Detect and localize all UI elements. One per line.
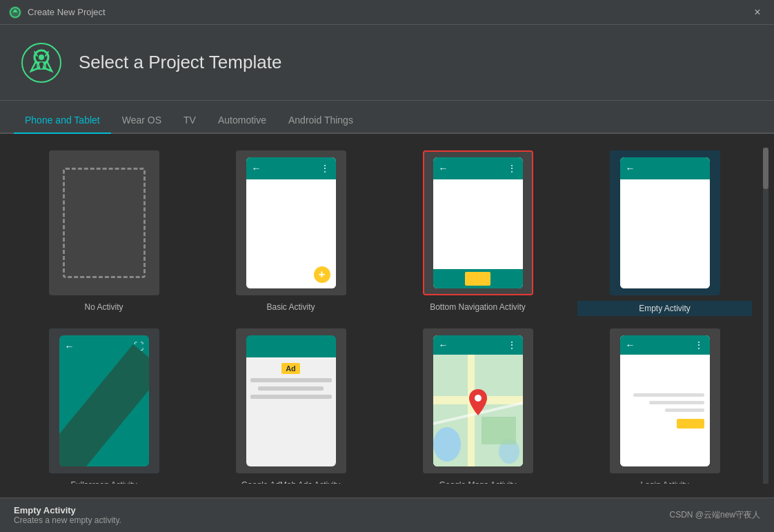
- bottom-nav-topbar: ← ⋮: [433, 157, 523, 179]
- template-admob[interactable]: Ad Google AdMob Ads Activity: [201, 326, 381, 484]
- maps-label: Google Maps Activity: [436, 479, 519, 484]
- template-no-activity[interactable]: No Activity: [14, 148, 194, 319]
- brand-label: CSDN @云端new守夜人: [669, 509, 760, 521]
- nav-item-2-active: [465, 272, 490, 286]
- main-content: No Activity ← ⋮ + Basic Activity: [0, 134, 774, 497]
- login-label: Login Activity: [637, 479, 691, 484]
- scrollbar-track[interactable]: [763, 148, 768, 484]
- no-activity-preview: [49, 150, 159, 295]
- svg-point-4: [39, 55, 44, 60]
- android-studio-logo: [21, 42, 62, 83]
- maps-preview: ← ⋮: [423, 328, 533, 473]
- menu-dots-icon: ⋮: [507, 339, 517, 351]
- svg-point-15: [475, 395, 482, 402]
- empty-phone-header: ←: [620, 157, 710, 179]
- login-button: [677, 419, 704, 428]
- back-arrow-icon: ←: [252, 163, 261, 174]
- map-mockup: ← ⋮: [433, 335, 523, 466]
- no-activity-dashed: [63, 168, 146, 278]
- template-bottom-nav[interactable]: ← ⋮ Bottom Navigation Activity: [388, 148, 568, 319]
- ad-line-2: [258, 386, 323, 391]
- admob-preview: Ad: [236, 328, 346, 473]
- basic-phone-mockup: ← ⋮ +: [246, 157, 336, 288]
- template-grid: No Activity ← ⋮ + Basic Activity: [14, 148, 760, 484]
- diagonal-line: [59, 335, 149, 466]
- bottom-nav-preview: ← ⋮: [423, 150, 533, 295]
- empty-activity-preview: ←: [610, 150, 720, 295]
- ad-body: Ad: [246, 357, 336, 466]
- title-bar: Create New Project ×: [0, 0, 774, 25]
- scrollbar-thumb[interactable]: [763, 148, 768, 189]
- login-field-3: [665, 408, 704, 412]
- title-bar-left: Create New Project: [8, 6, 106, 19]
- svg-rect-6: [40, 65, 43, 68]
- footer: Empty Activity Creates a new empty activ…: [0, 497, 774, 532]
- app-icon: [8, 6, 22, 19]
- svg-point-12: [433, 427, 461, 462]
- svg-line-7: [59, 357, 149, 466]
- bottom-nav-label: Bottom Navigation Activity: [427, 301, 528, 313]
- template-empty-activity[interactable]: ← Empty Activity: [575, 148, 755, 319]
- login-field-2: [649, 401, 704, 404]
- back-arrow-icon: ←: [626, 339, 635, 351]
- login-body: [620, 355, 710, 466]
- no-activity-label: No Activity: [81, 301, 126, 313]
- template-login[interactable]: ← ⋮ Login Activity: [575, 326, 755, 484]
- bottom-nav-mockup: ← ⋮: [433, 157, 523, 288]
- nav-item-3: [493, 272, 519, 286]
- empty-phone-mockup: ←: [620, 157, 710, 288]
- fullscreen-preview: ← ⛶: [49, 328, 159, 473]
- ad-line-1: [250, 378, 332, 382]
- ad-header: [246, 335, 336, 357]
- selected-template-desc: Creates a new empty activity.: [14, 515, 121, 525]
- login-header: ← ⋮: [620, 335, 710, 355]
- template-maps[interactable]: ← ⋮: [388, 326, 568, 484]
- back-arrow-icon: ←: [439, 339, 448, 351]
- menu-dots-icon: ⋮: [694, 339, 704, 351]
- map-svg: [433, 355, 523, 466]
- back-arrow-icon: ←: [626, 163, 635, 174]
- login-field-1: [633, 393, 704, 397]
- template-fullscreen[interactable]: ← ⛶ Fullscreen Activity: [14, 326, 194, 484]
- menu-dots-icon: ⋮: [507, 163, 517, 174]
- dialog-header: Select a Project Template: [0, 25, 774, 101]
- menu-dots-icon: ⋮: [320, 163, 330, 174]
- basic-activity-label: Basic Activity: [264, 301, 317, 313]
- basic-phone-body: +: [246, 179, 336, 288]
- admob-label: Google AdMob Ads Activity: [239, 479, 343, 484]
- map-body: [433, 355, 523, 466]
- svg-point-1: [14, 10, 17, 12]
- close-button[interactable]: ×: [749, 4, 766, 21]
- tab-wear-os[interactable]: Wear OS: [111, 108, 172, 134]
- fullscreen-mockup: ← ⛶: [59, 335, 149, 466]
- tab-tv[interactable]: TV: [172, 108, 207, 134]
- svg-rect-10: [468, 355, 475, 466]
- tab-android-things[interactable]: Android Things: [277, 108, 364, 134]
- tab-phone-tablet[interactable]: Phone and Tablet: [14, 108, 111, 134]
- empty-phone-body: [620, 179, 710, 288]
- footer-info: Empty Activity Creates a new empty activ…: [14, 505, 121, 525]
- empty-activity-label: Empty Activity: [577, 301, 752, 316]
- map-header: ← ⋮: [433, 335, 523, 355]
- ad-badge: Ad: [281, 363, 300, 374]
- back-arrow-icon: ←: [439, 163, 448, 174]
- tab-automotive[interactable]: Automotive: [207, 108, 277, 134]
- fab-button: +: [314, 266, 330, 283]
- login-preview: ← ⋮: [610, 328, 720, 473]
- ad-mockup: Ad: [246, 335, 336, 466]
- fullscreen-label: Fullscreen Activity: [68, 479, 139, 484]
- basic-phone-header: ← ⋮: [246, 157, 336, 179]
- bottom-navigation-bar: [433, 269, 523, 288]
- ad-line-3: [250, 395, 332, 399]
- platform-tabs: Phone and Tablet Wear OS TV Automotive A…: [0, 101, 774, 134]
- nav-item-1: [437, 272, 463, 286]
- bottom-nav-body: [433, 179, 523, 269]
- page-title: Select a Project Template: [79, 52, 281, 73]
- login-mockup: ← ⋮: [620, 335, 710, 466]
- template-basic-activity[interactable]: ← ⋮ + Basic Activity: [201, 148, 381, 319]
- window-title: Create New Project: [28, 7, 106, 17]
- selected-template-title: Empty Activity: [14, 505, 121, 515]
- svg-rect-14: [482, 417, 516, 444]
- basic-activity-preview: ← ⋮ +: [236, 150, 346, 295]
- logo-svg: [21, 42, 62, 83]
